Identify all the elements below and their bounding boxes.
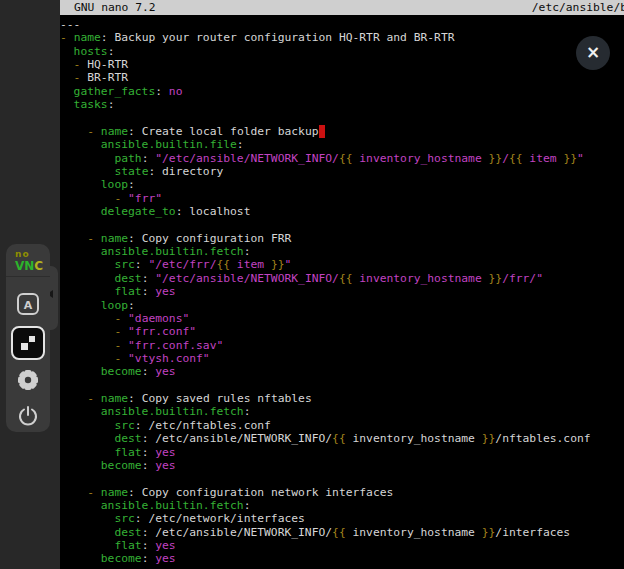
nano-title: GNU nano 7.2 (74, 0, 156, 15)
novnc-logo: no VNC (6, 244, 50, 277)
power-button[interactable] (14, 402, 42, 430)
code-line: - name: Copy configuration network inter… (60, 486, 624, 499)
code-line: ansible.builtin.fetch: (60, 245, 624, 258)
code-line: ansible.builtin.fetch: (60, 405, 624, 418)
code-line: become: yes (60, 459, 624, 472)
code-line: loop: (60, 178, 624, 191)
code-line: tasks: (60, 98, 624, 111)
svg-text:A: A (24, 299, 33, 312)
code-line: - BR-RTR (60, 71, 624, 84)
novnc-control-bar: no VNC A (6, 244, 50, 432)
novnc-logo-vnc: VNC (15, 260, 50, 272)
fullscreen-button[interactable] (11, 326, 45, 360)
power-icon (16, 404, 40, 428)
code-line: - "vtysh.conf" (60, 352, 624, 365)
code-line: - "daemons" (60, 312, 624, 325)
code-line: - name: Copy configuration FRR (60, 232, 624, 245)
code-line: - HQ-RTR (60, 58, 624, 71)
code-line: - name: Create local folder backup (60, 125, 624, 138)
code-line: - "frr" (60, 192, 624, 205)
nano-titlebar: GNU nano 7.2 /etc/ansible/b (60, 0, 624, 15)
code-line: - name: Backup your router configuration… (60, 31, 624, 44)
nano-filename: /etc/ansible/b (532, 0, 624, 15)
code-line: flat: yes (60, 285, 624, 298)
code-line: src: /etc/nftables.conf (60, 419, 624, 432)
code-line: --- (60, 18, 624, 31)
keyboard-icon: A (16, 292, 40, 316)
code-line: loop: (60, 299, 624, 312)
terminal-window: GNU nano 7.2 /etc/ansible/b ---- name: B… (60, 0, 624, 569)
code-line (60, 379, 624, 392)
close-icon: × (586, 44, 600, 61)
code-line: dest: /etc/ansible/NETWORK_INFO/{{ inven… (60, 432, 624, 445)
code-line: become: yes (60, 552, 624, 565)
code-line: flat: yes (60, 539, 624, 552)
code-line: ansible.builtin.file: (60, 138, 624, 151)
code-line: hosts: (60, 45, 624, 58)
editor-area[interactable]: ---- name: Backup your router configurat… (60, 15, 624, 566)
novnc-logo-no: no (15, 250, 50, 259)
code-line: delegate_to: localhost (60, 205, 624, 218)
code-line: flat: yes (60, 446, 624, 459)
code-line: dest: "/etc/ansible/NETWORK_INFO/{{ inve… (60, 272, 624, 285)
code-line: path: "/etc/ansible/NETWORK_INFO/{{ inve… (60, 152, 624, 165)
close-button[interactable]: × (576, 36, 610, 70)
code-line: gather_facts: no (60, 85, 624, 98)
vnc-sidebar: no VNC A (0, 0, 60, 569)
keyboard-button[interactable]: A (14, 290, 42, 318)
code-line: src: "/etc/frr/{{ item }}" (60, 258, 624, 271)
code-line (60, 112, 624, 125)
code-line: - "frr.conf" (60, 325, 624, 338)
code-line: ansible.builtin.fetch: (60, 499, 624, 512)
code-line: dest: /etc/ansible/NETWORK_INFO/{{ inven… (60, 526, 624, 539)
code-line: src: /etc/network/interfaces (60, 512, 624, 525)
code-line (60, 472, 624, 485)
code-line: - name: Copy saved rules nftables (60, 392, 624, 405)
code-line: - "frr.conf.sav" (60, 339, 624, 352)
code-line (60, 218, 624, 231)
text-cursor (319, 125, 326, 138)
code-line: become: yes (60, 365, 624, 378)
settings-button[interactable] (14, 366, 42, 394)
code-line: state: directory (60, 165, 624, 178)
gear-icon (16, 368, 40, 392)
fullscreen-icon (18, 333, 38, 353)
